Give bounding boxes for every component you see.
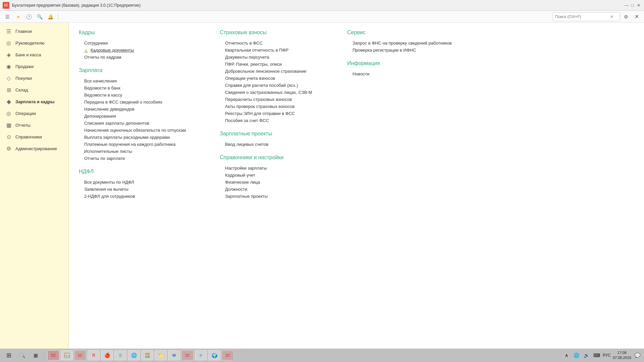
section-title-zarplata: Зарплата xyxy=(79,67,206,73)
sidebar-item-admin[interactable]: ⚙ Администрирование xyxy=(0,143,68,155)
link-vse-dokumenty-ndfl[interactable]: Все документы по НДФЛ xyxy=(79,179,206,186)
sidebar: ☰ Главное ◎ Руководителю ◈ Банк и касса … xyxy=(0,23,69,349)
link-fizicheskie-lica[interactable]: Физические лица xyxy=(220,179,334,186)
taskbar-search[interactable]: 🔍 xyxy=(16,350,28,360)
taskbar-app-1c2[interactable]: 1С xyxy=(181,350,194,360)
section-title-strahovye: Страховые взносы xyxy=(220,29,334,36)
link-otchety-zarplata[interactable]: Отчеты по зарплате xyxy=(79,155,206,162)
taskbar-app-calc[interactable]: 🧮 xyxy=(141,350,153,360)
taskbar-app-yandex[interactable]: Я xyxy=(88,350,100,360)
notification-button[interactable]: 🔔 xyxy=(46,12,55,21)
link-vedomosti-kassa[interactable]: Ведомости в кассу xyxy=(79,92,206,99)
menu-button[interactable]: ☰ xyxy=(3,12,12,21)
sidebar-item-bank[interactable]: ◈ Банк и касса xyxy=(0,49,68,61)
link-kadrovyj-uchet[interactable]: Кадровый учет xyxy=(220,172,334,179)
link-pfr-pachki[interactable]: ПФР. Пачки, реестры, описи xyxy=(220,61,334,68)
sidebar-item-sales[interactable]: ◉ Продажи xyxy=(0,61,68,72)
taskbar-app-files[interactable]: 📁 xyxy=(155,350,167,360)
sidebar-label-sales: Продажи xyxy=(15,64,63,69)
link-sotrudniki[interactable]: Сотрудники xyxy=(79,40,206,47)
link-pereraschety[interactable]: Перерасчеты страховых взносов xyxy=(220,96,334,103)
link-otchety-po-kadram[interactable]: Отчеты по кадрам xyxy=(79,54,206,61)
link-kvartalnaya-pfr[interactable]: Квартальная отчетность в ПФР xyxy=(220,47,334,54)
link-peredacha-fss[interactable]: Передача в ФСС сведений о пособиях xyxy=(79,99,206,106)
link-vvod-litsevykh[interactable]: Ввод лицевых счетов xyxy=(220,141,334,148)
taskbar-app-1c-logo[interactable]: 1С xyxy=(74,350,86,360)
close-button[interactable]: ✕ xyxy=(636,3,641,8)
globe-icon: 🌐 xyxy=(131,353,137,358)
column-3: Сервис Запрос в ФНС на проверку сведений… xyxy=(347,29,475,200)
section-title-informaciya: Информация xyxy=(347,60,475,66)
sidebar-item-reports[interactable]: ▦ Отчеты xyxy=(0,119,68,131)
link-vyplata-zarplaty[interactable]: Выплата зарплаты расходными ордерами xyxy=(79,134,206,141)
window-title: Бухгалтерия предприятия (базовая), редак… xyxy=(12,3,624,8)
sidebar-item-purchases[interactable]: ◇ Покупки xyxy=(0,72,68,84)
link-zapros-fns[interactable]: Запрос в ФНС на проверку сведений работн… xyxy=(347,40,475,47)
taskbar-language[interactable]: РУС xyxy=(603,353,611,358)
link-kadrovye-dokumenty[interactable]: ★Кадровые документы xyxy=(79,47,206,54)
taskbar-app-telegram[interactable]: ✈ xyxy=(195,350,207,360)
search-input[interactable] xyxy=(555,14,609,19)
link-proverka-ifns[interactable]: Проверка регистрации в ИФНС xyxy=(347,47,475,54)
link-deponirovanie[interactable]: Депонирования xyxy=(79,113,206,120)
search-box[interactable]: ✕ xyxy=(553,12,620,21)
taskbar-app-fruit[interactable]: 🍎 xyxy=(101,350,113,360)
taskbar-app-skype[interactable]: S xyxy=(114,350,126,360)
column-1: Кадры Сотрудники ★Кадровые документы Отч… xyxy=(79,29,206,200)
link-2ndfl[interactable]: 2-НДФЛ для сотрудников xyxy=(79,193,206,200)
link-vedomosti-bank[interactable]: Ведомости в банк xyxy=(79,84,206,92)
taskbar-app-1c[interactable]: 1C xyxy=(47,350,59,360)
maximize-button[interactable]: □ xyxy=(630,3,635,8)
link-nachislenie-dividendov[interactable]: Начисление дивидендов xyxy=(79,106,206,113)
minimize-button[interactable]: — xyxy=(624,3,629,8)
link-zarplatnye-proekty2[interactable]: Зарплатные проекты xyxy=(220,193,334,200)
taskbar-speaker-icon[interactable]: 🔊 xyxy=(583,351,591,359)
link-akty-proverok[interactable]: Акты проверок страховых взносов xyxy=(220,103,334,110)
link-ispolnitelnye-listy[interactable]: Исполнительные листы xyxy=(79,148,206,155)
taskbar-app-globe[interactable]: 🌐 xyxy=(128,350,140,360)
history-button[interactable]: 🕐 xyxy=(24,12,34,21)
link-spisaniya[interactable]: Списания зарплаты депонентов xyxy=(79,120,206,127)
link-dolzhnosti[interactable]: Должности xyxy=(220,186,334,193)
taskbar-app-1c3[interactable]: 1С xyxy=(222,350,234,360)
search-clear-icon[interactable]: ✕ xyxy=(610,14,613,19)
sidebar-item-director[interactable]: ◎ Руководителю xyxy=(0,37,68,49)
taskbar-app-explorer1[interactable]: 🪟 xyxy=(61,350,73,360)
taskbar-battery-icon[interactable]: ⌨ xyxy=(593,351,601,359)
taskbar-app-browser[interactable]: 🌍 xyxy=(208,350,220,360)
link-zayavleniya-vychety[interactable]: Заявления на вычеты xyxy=(79,186,206,193)
sidebar-item-main[interactable]: ☰ Главное xyxy=(0,25,68,37)
taskbar-notification-icon[interactable]: 💬 xyxy=(633,351,641,359)
sidebar-item-salary[interactable]: ◈ Зарплата и кадры xyxy=(0,96,68,108)
files-icon: 📁 xyxy=(158,353,164,358)
search-button[interactable]: 🔍 xyxy=(35,12,44,21)
sidebar-item-operations[interactable]: ◎ Операции xyxy=(0,108,68,119)
link-dobrovolnoe[interactable]: Добровольное пенсионное страхование xyxy=(220,68,334,75)
link-dokumenty-persucheta[interactable]: Документы персучета xyxy=(220,54,334,61)
sidebar-label-main: Главное xyxy=(15,29,63,34)
sidebar-item-warehouse[interactable]: ⊞ Склад xyxy=(0,84,68,96)
sidebar-item-references[interactable]: ⊙ Справочники xyxy=(0,131,68,143)
link-novosti[interactable]: Новости xyxy=(347,70,475,77)
link-nastrojki-zarplaty[interactable]: Настройки зарплаты xyxy=(220,165,334,172)
link-svedeniya-szvm[interactable]: Сведения о застрахованных лицах, СЗВ-М xyxy=(220,89,334,96)
link-posobiya-fss[interactable]: Пособия за счет ФСС xyxy=(220,117,334,124)
close-search-button[interactable]: ✕ xyxy=(632,12,641,21)
link-vse-nachisleniya[interactable]: Все начисления xyxy=(79,77,206,84)
link-platezhnye-porucheniya[interactable]: Платежные поручения на каждого работника xyxy=(79,141,206,148)
start-button[interactable]: ⊞ xyxy=(3,350,15,360)
home-button[interactable]: ★ xyxy=(13,12,23,21)
title-bar: 1С Бухгалтерия предприятия (базовая), ре… xyxy=(0,0,644,11)
taskbar-task-view[interactable]: ▦ xyxy=(30,350,42,360)
sidebar-label-admin: Администрирование xyxy=(15,146,63,151)
link-operacii-vznosov[interactable]: Операции учета взносов xyxy=(220,75,334,82)
taskbar-arrow-icon[interactable]: ∧ xyxy=(562,351,571,359)
link-spravki-posobiy[interactable]: Справки для расчета пособий (исх.) xyxy=(220,82,334,89)
settings-button[interactable]: ⚙ xyxy=(621,12,631,21)
link-reestry-eln[interactable]: Реестры ЭЛН для отправки в ФСС xyxy=(220,110,334,117)
link-otchetnost-fss[interactable]: Отчетность в ФСС xyxy=(220,40,334,47)
link-nachisleniya-otpuska[interactable]: Начисления оценочных обязательств по отп… xyxy=(79,127,206,134)
taskbar-app-word[interactable]: W xyxy=(168,350,180,360)
content-grid: Кадры Сотрудники ★Кадровые документы Отч… xyxy=(79,29,634,200)
taskbar-network-icon[interactable]: 🌐 xyxy=(573,351,581,359)
